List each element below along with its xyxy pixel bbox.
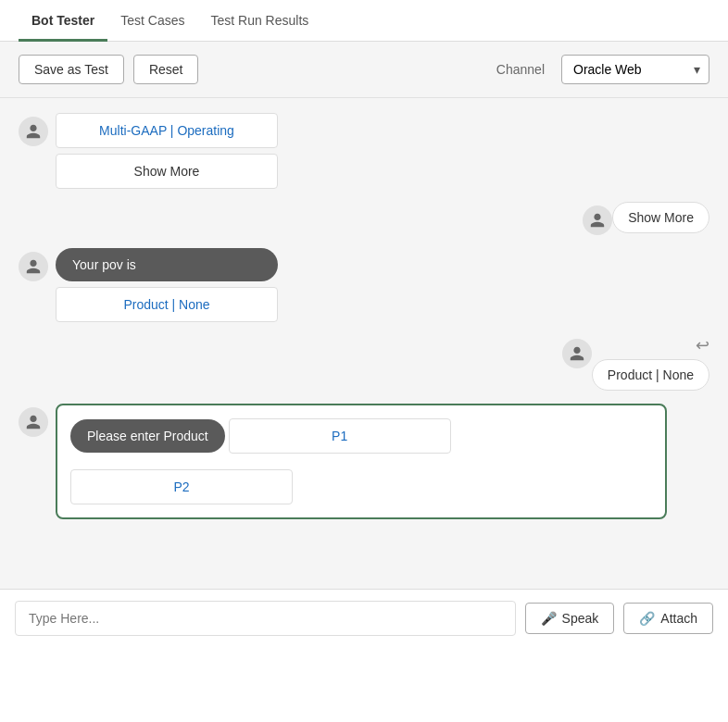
microphone-icon: 🎤 xyxy=(541,611,557,626)
chip-p1[interactable]: P1 xyxy=(229,418,451,454)
bot-content-1: Multi-GAAP | Operating Show More xyxy=(56,113,278,189)
bot-avatar-3 xyxy=(19,407,48,437)
show-more-btn-1[interactable]: Show More xyxy=(56,154,278,189)
bot-pov-bubble: Your pov is xyxy=(56,248,278,281)
channel-label: Channel xyxy=(496,62,545,77)
bot-avatar-2 xyxy=(19,252,48,281)
user-content-1: Show More xyxy=(612,202,709,233)
user-message-row-2: ↩ Product | None xyxy=(19,335,709,391)
bot-content-2: Your pov is Product | None xyxy=(56,248,278,322)
chip-p2[interactable]: P2 xyxy=(70,469,293,504)
bot-avatar-1 xyxy=(19,117,48,146)
person-icon-4 xyxy=(569,345,585,362)
chip-multi-gaap[interactable]: Multi-GAAP | Operating xyxy=(56,113,278,148)
input-bar: 🎤 Speak 🔗 Attach xyxy=(0,589,728,647)
user-product-none-bubble: Product | None xyxy=(592,359,709,391)
chat-area: Multi-GAAP | Operating Show More Show Mo… xyxy=(0,98,728,589)
tab-test-cases[interactable]: Test Cases xyxy=(107,0,197,42)
bot-message-row-2: Your pov is Product | None xyxy=(19,248,709,322)
channel-select-wrapper: Oracle WebMobileWeb xyxy=(561,55,709,84)
person-icon-3 xyxy=(25,258,42,275)
user-avatar-2 xyxy=(562,339,592,368)
active-bot-box: Please enter Product P1 P2 xyxy=(56,404,667,519)
attach-label: Attach xyxy=(660,611,697,626)
refresh-icon[interactable]: ↩ xyxy=(696,335,709,355)
attach-button[interactable]: 🔗 Attach xyxy=(623,603,713,634)
tabs-bar: Bot Tester Test Cases Test Run Results xyxy=(0,0,728,42)
channel-select[interactable]: Oracle WebMobileWeb xyxy=(561,55,709,84)
chip-product-none-1[interactable]: Product | None xyxy=(56,287,278,322)
bot-message-row-3: Please enter Product P1 P2 xyxy=(19,404,709,532)
person-icon-5 xyxy=(25,414,42,430)
user-avatar-1 xyxy=(583,205,612,235)
user-show-more-bubble: Show More xyxy=(612,202,709,233)
paperclip-icon: 🔗 xyxy=(639,611,655,626)
person-icon-2 xyxy=(589,212,606,229)
toolbar: Save as Test Reset Channel Oracle WebMob… xyxy=(0,42,728,98)
speak-label: Speak xyxy=(562,611,599,626)
bot-message-row-1: Multi-GAAP | Operating Show More xyxy=(19,113,709,189)
tab-test-run-results[interactable]: Test Run Results xyxy=(197,0,321,42)
save-as-test-button[interactable]: Save as Test xyxy=(19,55,124,84)
speak-button[interactable]: 🎤 Speak xyxy=(525,603,615,634)
reset-button[interactable]: Reset xyxy=(133,55,199,84)
person-icon-1 xyxy=(25,123,42,140)
user-message-row-1: Show More xyxy=(19,202,709,235)
please-enter-product-bubble: Please enter Product xyxy=(70,419,225,453)
tab-bot-tester[interactable]: Bot Tester xyxy=(19,0,107,42)
chat-text-input[interactable] xyxy=(15,601,516,636)
